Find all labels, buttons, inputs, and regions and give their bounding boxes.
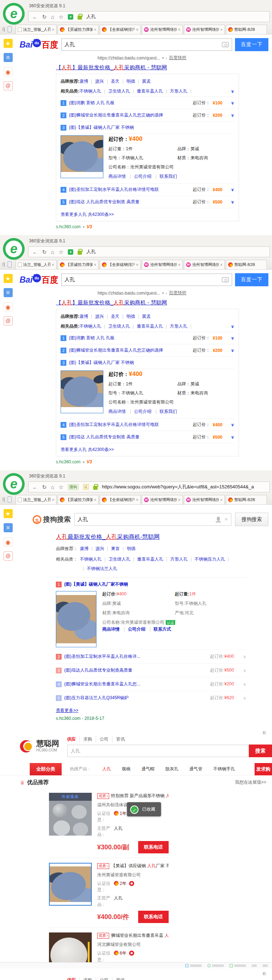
tab-carbonsteel[interactable]: 【全新碳钢排污× [100, 260, 141, 269]
favorites-star-icon[interactable]: ★ [4, 274, 13, 283]
item-title-link[interactable]: (图)润鹏 直销 人孔 孔板 [69, 335, 115, 341]
product-image[interactable] [49, 932, 92, 962]
feed-list-icon[interactable]: ≡ [4, 288, 13, 297]
phone-icon[interactable] [8, 261, 12, 267]
item-title-link[interactable]: (图)圣恒加工定制水平吊盖人孔价格详情可电联 [69, 186, 159, 192]
chevron-down-icon[interactable] [231, 113, 234, 118]
product-title-link[interactable]: 优质【昊诚】供应碳钢 人孔厂家 不锈钢 ... [97, 863, 169, 869]
item-title-link[interactable]: (图)琨达人孔品质优专业制造高质量 [64, 667, 132, 673]
search-input[interactable] [61, 38, 232, 51]
collapse-tabs-icon[interactable]: ⟨| [2, 262, 5, 267]
brand-link[interactable]: 康博 [80, 313, 88, 320]
tab-carbonsteel[interactable]: 【全新碳钢排污× [100, 495, 141, 504]
see-more-link[interactable]: 查看更多人孔 共42300条>> [60, 447, 114, 452]
tab-hc360[interactable]: 慧聪网-B2B [226, 260, 267, 269]
weibo-icon[interactable]: ◉ [4, 537, 13, 546]
close-icon[interactable]: × [220, 262, 223, 267]
chevron-down-icon[interactable] [231, 187, 234, 192]
reload-icon[interactable]: ↻ [42, 249, 47, 255]
tab-zhibo-1[interactable]: W沧州智博网络技× [142, 25, 183, 34]
status-item[interactable] [185, 964, 202, 967]
item-title-link[interactable]: (图)琨达 人孔品质优专业制造 高质量 [69, 434, 140, 440]
search-button[interactable]: 搜索 [249, 745, 272, 757]
company-link[interactable]: 公司介绍 [127, 174, 151, 179]
hot-link[interactable]: 人孔 [102, 766, 111, 772]
related-link[interactable]: 不锈钢压力人孔 [188, 556, 229, 562]
product-title-link[interactable]: 优质狮城管业长期出售垂直吊盖 人孔您正... [97, 932, 169, 939]
contact-link[interactable]: 联系我们 [153, 409, 177, 414]
brand-link[interactable]: 源兴 [89, 546, 104, 552]
item-title-link[interactable]: (图)圣恒加工定制水平吊盖人孔价格详情可电联 [69, 422, 159, 428]
shield-icon[interactable]: + [68, 14, 73, 20]
tab-hc360[interactable]: 慧聪网-B2B [226, 25, 267, 34]
favorites-star-icon[interactable]: ★ [4, 509, 13, 518]
brand-link[interactable]: 明德 [119, 313, 135, 320]
close-icon[interactable]: × [94, 498, 97, 503]
close-icon[interactable]: × [136, 498, 138, 503]
related-link[interactable]: 卫生级人孔 [102, 556, 130, 562]
close-icon[interactable]: × [220, 498, 223, 503]
brand-link[interactable]: 冀孟 [135, 78, 151, 84]
feed-list-icon[interactable]: ≡ [4, 523, 13, 532]
related-link[interactable]: 卫生级人孔 [101, 323, 130, 329]
related-link[interactable]: 不锈钢法兰人孔 [80, 566, 117, 572]
tab-hc360[interactable]: 慧聪网-B2B [226, 495, 267, 504]
search-input[interactable] [61, 274, 232, 286]
chevron-down-icon[interactable] [231, 200, 234, 205]
reload-icon[interactable]: ↻ [42, 484, 47, 490]
caret-down-icon[interactable]: ▾ [83, 460, 84, 464]
product-image[interactable]: 共创流体 [49, 793, 92, 835]
chevron-down-icon[interactable] [231, 348, 234, 353]
hot-link[interactable]: 通气管 [189, 766, 202, 772]
favorite-star-icon[interactable]: ☆ [59, 14, 64, 20]
chevron-down-icon[interactable] [243, 695, 246, 701]
weibo-icon[interactable]: ◉ [4, 302, 13, 311]
back-icon[interactable]: ← [32, 249, 38, 255]
caret-down-icon[interactable]: ▾ [83, 225, 84, 229]
product-image[interactable] [60, 135, 103, 178]
mention-at-icon[interactable]: @ [4, 317, 13, 325]
related-link[interactable]: 方形人孔 [163, 88, 191, 94]
contact-link[interactable]: 联系我们 [153, 174, 177, 179]
result-url[interactable]: https://zhidao.baidu.com/quest... [97, 56, 160, 60]
brand-link[interactable]: 明德 [119, 78, 135, 84]
sogou-search-button[interactable]: 搜狗搜索 [235, 513, 268, 526]
favorite-star-icon[interactable]: ☆ [59, 249, 64, 255]
product-title-link[interactable]: 优质特别推荐 新产品扇形不锈钢 人孔 热... [97, 793, 169, 799]
tab-haocheng[interactable]: 【昊诚恒力弹簧× [58, 25, 99, 34]
see-more-link[interactable]: 查看更多>> [56, 708, 78, 713]
result-title[interactable]: 人孔最新批发价格_人孔采购商机-慧聪网 [56, 533, 268, 541]
back-icon[interactable]: ← [32, 484, 38, 490]
phone-icon[interactable] [8, 26, 12, 32]
close-icon[interactable]: × [94, 262, 97, 267]
baidu-search-button[interactable]: 百度一下 [235, 273, 268, 286]
item-title-link[interactable]: (图)狮城管业长期出售垂直吊盖人孔您... [64, 681, 140, 687]
related-link[interactable]: 垂直吊盖人孔 [130, 556, 163, 562]
tab-company[interactable]: 公司 [96, 736, 112, 742]
close-icon[interactable]: × [52, 498, 54, 503]
related-link[interactable]: 不锈钢人孔 [80, 88, 101, 94]
tab-zhibo-2[interactable]: W沧州智博网络技× [184, 260, 225, 269]
chevron-down-icon[interactable] [231, 336, 234, 341]
item-title-link[interactable]: (图)狮城管业长期出售垂直吊盖人孔您正确的选择 [69, 112, 163, 118]
tab-zhibo-2[interactable]: W沧州智博网络技× [184, 495, 225, 504]
related-link[interactable]: 不锈钢人孔 [80, 556, 102, 562]
home-icon[interactable]: ⌂ [51, 14, 54, 20]
tab-flange[interactable]: 法兰_管板_人孔_× [16, 260, 57, 269]
brand-link[interactable]: 康博 [80, 546, 89, 552]
tab-zhibo-1[interactable]: W沧州智博网络技× [142, 260, 183, 269]
tab-haocheng[interactable]: 【昊诚恒力弹簧× [58, 495, 99, 504]
close-icon[interactable]: × [136, 27, 138, 32]
address-bar[interactable]: 人孔 [86, 248, 266, 255]
product-image[interactable] [60, 371, 103, 413]
hot-link[interactable]: 除灰孔 [165, 766, 178, 772]
brand-link[interactable]: 圣天 [104, 78, 119, 84]
weibo-icon[interactable]: ◉ [4, 67, 13, 76]
camera-icon[interactable] [222, 277, 229, 282]
mention-at-icon[interactable]: @ [4, 552, 13, 560]
close-icon[interactable]: × [220, 27, 223, 32]
related-link[interactable]: 垂直吊盖人孔 [130, 323, 163, 329]
status-item[interactable] [207, 964, 224, 967]
reload-icon[interactable]: ↻ [42, 14, 47, 20]
tab-carbonsteel[interactable]: 【全新碳钢排污× [100, 25, 141, 34]
